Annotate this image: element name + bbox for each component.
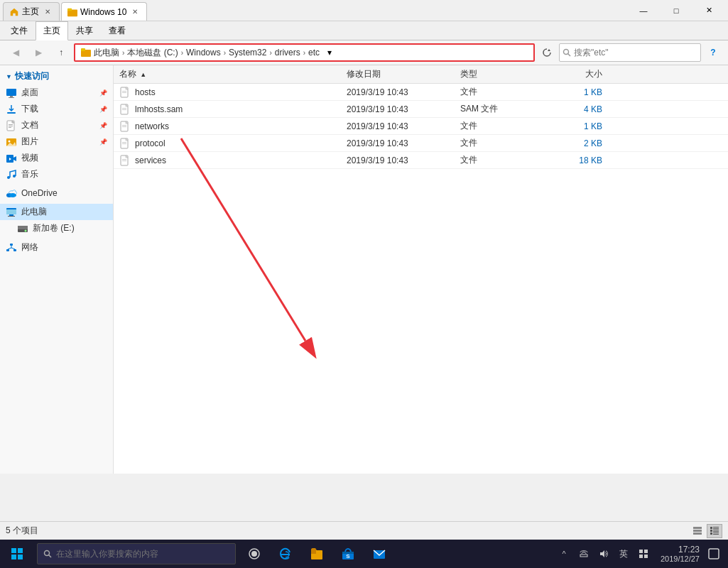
col-header-type[interactable]: 类型 (460, 68, 545, 80)
docs-label: 文档 (21, 119, 38, 131)
back-btn[interactable]: ◀ (6, 43, 26, 62)
ribbon-tab-home[interactable]: 主页 (36, 21, 68, 40)
store-btn[interactable]: S (332, 540, 364, 568)
svg-marker-88 (600, 550, 604, 557)
mail-btn[interactable] (364, 540, 395, 568)
sidebar-item-newvol[interactable]: 新加卷 (E:) (0, 220, 113, 236)
file-size-hosts: 1 KB (545, 87, 602, 97)
file-row-protocol[interactable]: protocol 2019/3/19 10:43 文件 2 KB (114, 135, 728, 152)
tab-win10[interactable]: Windows 10 ✕ (61, 2, 147, 21)
start-button[interactable] (0, 540, 34, 568)
svg-rect-90 (644, 550, 648, 553)
drive-icon (17, 223, 28, 234)
svg-rect-9 (9, 97, 14, 98)
col-header-name[interactable]: 名称 ▲ (119, 68, 347, 80)
store-icon: S (341, 547, 355, 561)
clock-time: 17:23 (678, 545, 700, 555)
file-size-lmhosts: 4 KB (545, 104, 602, 114)
ribbon-tab-bar: 文件 主页 共享 查看 (0, 21, 728, 40)
file-icon-services (119, 155, 131, 166)
tray-network[interactable] (576, 543, 592, 564)
file-row-lmhosts[interactable]: lmhosts.sam 2019/3/19 10:43 SAM 文件 4 KB (114, 101, 728, 118)
tray-icons: ^ 英 (556, 543, 651, 564)
sidebar-item-thispc[interactable]: 此电脑 (0, 204, 113, 220)
breadcrumb-system32[interactable]: System32 (229, 48, 266, 58)
tray-ime[interactable]: 英 (616, 543, 631, 564)
taskbar-search-input[interactable] (56, 549, 229, 559)
svg-rect-41 (122, 91, 126, 92)
breadcrumb-windows[interactable]: Windows (186, 48, 221, 58)
tab-win10-close[interactable]: ✕ (129, 6, 141, 18)
sidebar-item-pictures[interactable]: 图片 📌 (0, 133, 113, 150)
search-box[interactable] (559, 43, 701, 62)
ribbon: 文件 主页 共享 查看 (0, 21, 728, 40)
address-dropdown-btn[interactable]: ▾ (322, 48, 337, 58)
network-label: 网络 (21, 241, 38, 253)
close-btn[interactable]: ✕ (692, 0, 725, 21)
sidebar-item-music[interactable]: 音乐 (0, 166, 113, 182)
sidebar-item-desktop[interactable]: 桌面 📌 (0, 84, 113, 101)
search-input[interactable] (574, 48, 697, 58)
svg-point-77 (45, 551, 50, 556)
tray-volume[interactable] (596, 543, 612, 564)
svg-rect-13 (9, 124, 13, 125)
svg-point-23 (13, 175, 16, 178)
file-type-services: 文件 (460, 154, 545, 166)
svg-rect-7 (6, 89, 16, 96)
detail-view-btn[interactable] (707, 524, 722, 538)
svg-rect-29 (8, 216, 15, 217)
edge-btn[interactable] (270, 540, 301, 568)
tray-expand[interactable]: ^ (556, 543, 572, 564)
taskview-btn[interactable] (239, 540, 270, 568)
up-btn[interactable]: ↑ (51, 43, 71, 62)
svg-rect-8 (10, 96, 13, 97)
minimize-btn[interactable]: — (627, 0, 660, 21)
svg-rect-87 (580, 555, 587, 557)
taskbar: S ^ (0, 540, 728, 568)
maximize-btn[interactable]: □ (660, 0, 692, 21)
ribbon-tab-file[interactable]: 文件 (3, 21, 36, 40)
notification-btn[interactable] (705, 540, 722, 568)
windows-logo-icon (11, 547, 23, 560)
tray-grid[interactable] (636, 543, 651, 564)
file-row-hosts[interactable]: hosts 2019/3/19 10:43 文件 1 KB (114, 84, 728, 101)
address-bar[interactable]: 此电脑 › 本地磁盘 (C:) › Windows › System32 › d… (74, 43, 535, 62)
docs-pin: 📌 (99, 122, 107, 129)
tab-home-close[interactable]: ✕ (42, 6, 53, 18)
file-icon-networks (119, 121, 131, 132)
sidebar-item-downloads[interactable]: 下载 📌 (0, 101, 113, 117)
taskbar-search[interactable] (37, 543, 236, 564)
col-header-size[interactable]: 大小 (545, 68, 602, 80)
breadcrumb-thispc[interactable]: 此电脑 (94, 47, 119, 59)
file-row-services[interactable]: services 2019/3/19 10:43 文件 18 KB (114, 152, 728, 169)
svg-rect-58 (122, 160, 126, 161)
file-date-lmhosts: 2019/3/19 10:43 (347, 104, 460, 114)
help-btn[interactable]: ? (704, 43, 722, 62)
svg-marker-20 (13, 156, 16, 161)
tab-home[interactable]: 主页 ✕ (3, 2, 60, 21)
sidebar-item-docs[interactable]: 文档 📌 (0, 117, 113, 133)
file-row-networks[interactable]: networks 2019/3/19 10:43 文件 1 KB (114, 118, 728, 135)
quick-access-header[interactable]: ▼ 快速访问 (0, 68, 113, 84)
sidebar-item-videos[interactable]: 视频 (0, 150, 113, 166)
breadcrumb-etc[interactable]: etc (308, 48, 320, 58)
ribbon-tab-view[interactable]: 查看 (101, 21, 134, 40)
forward-btn[interactable]: ▶ (28, 43, 48, 62)
col-header-date[interactable]: 修改日期 (347, 68, 460, 80)
ribbon-tab-share[interactable]: 共享 (68, 21, 101, 40)
sidebar-item-onedrive[interactable]: OneDrive (0, 185, 113, 201)
tab-home-label: 主页 (22, 6, 39, 18)
list-view-btn[interactable] (690, 524, 705, 538)
breadcrumb-drivers[interactable]: drivers (275, 48, 300, 58)
downloads-pin: 📌 (99, 106, 107, 113)
refresh-btn[interactable] (538, 43, 556, 62)
svg-rect-50 (122, 126, 126, 127)
sidebar-item-network[interactable]: 网络 (0, 239, 113, 256)
filename-services: services (135, 155, 166, 165)
explorer-btn[interactable] (301, 540, 332, 568)
thispc-label: 此电脑 (21, 206, 47, 218)
taskbar-clock[interactable]: 17:23 2019/12/27 (657, 545, 700, 563)
svg-rect-10 (7, 112, 16, 114)
svg-rect-33 (10, 244, 13, 246)
breadcrumb-c[interactable]: 本地磁盘 (C:) (127, 47, 178, 59)
